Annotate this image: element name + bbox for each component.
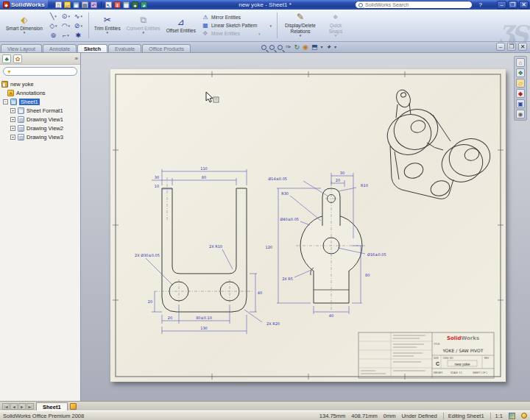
tip-of-day-icon[interactable]	[521, 413, 527, 419]
front-view-dimension-text[interactable]: 110 80 30 10 2X R10 2X Ø30±0.05 20 20 80…	[135, 166, 280, 330]
file-explorer-icon[interactable]: ▱	[516, 79, 525, 88]
last-sheet-button[interactable]: ▶|	[26, 403, 34, 410]
graphics-area[interactable]: 110 80 30 10 2X R10 2X Ø30±0.05 20 20 80…	[81, 53, 530, 401]
appearance-icon[interactable]: ●	[132, 1, 138, 8]
dwg-no-value[interactable]: new yoke	[454, 362, 470, 366]
convert-entities-button[interactable]: ⧉ Convert Entities ▾	[124, 10, 163, 41]
front-view[interactable]: 110 80 30 10 2X R10 2X Ø30±0.05 20 20 80…	[135, 166, 280, 334]
tab-evaluate[interactable]: Evaluate	[108, 44, 141, 52]
add-sheet-icon[interactable]	[70, 403, 77, 410]
restore-button[interactable]: ❐	[508, 1, 517, 9]
svg-text:40: 40	[258, 291, 262, 295]
linear-sketch-pattern-button[interactable]: ▦ Linear Sketch Pattern ▾	[202, 22, 272, 29]
new-document-icon[interactable]: ▯	[55, 1, 62, 8]
collapse-icon[interactable]: −	[3, 99, 8, 104]
filter-input[interactable]	[14, 69, 74, 74]
display-delete-relations-button[interactable]: ✎ Display/Delete Relations ▾	[280, 10, 321, 41]
quick-snaps-button[interactable]: ⌖ Quick Snaps ▾	[321, 10, 350, 41]
palette-icon[interactable]: ◆	[516, 89, 525, 98]
sheet-format-icon: ▦	[18, 107, 24, 114]
print-icon[interactable]: ▤	[82, 1, 88, 8]
tree-item-sheet-format1[interactable]: + ▦ Sheet Format1	[1, 106, 80, 115]
shaded-view-icon[interactable]: ◉	[303, 43, 308, 51]
chevron-down-icon[interactable]: ▾	[334, 43, 336, 51]
arc-tool-icon[interactable]: ◠▾	[60, 21, 72, 30]
property-manager-tab-icon[interactable]: ✿	[13, 54, 22, 63]
ellipse-tool-icon[interactable]: ⊘▾	[72, 21, 85, 30]
next-sheet-button[interactable]: ▶	[18, 403, 26, 410]
rebuild-icon[interactable]: ‖	[114, 1, 121, 8]
display-delete-relations-label: Display/Delete Relations	[283, 23, 318, 34]
svg-text:80: 80	[202, 175, 206, 179]
panel-expand-icon[interactable]: »	[75, 55, 78, 62]
tree-item-root[interactable]: ◧ new yoke	[1, 79, 80, 88]
fillet-tool-icon[interactable]: ⌐▾	[60, 30, 72, 40]
tab-sketch[interactable]: Sketch	[77, 44, 107, 52]
expand-icon[interactable]: +	[10, 135, 15, 140]
expand-icon[interactable]: +	[10, 126, 15, 131]
custom-properties-icon[interactable]: ◉	[516, 110, 525, 118]
mirror-entities-button[interactable]: ⚠ Mirror Entities	[202, 14, 272, 21]
close-button[interactable]: ✕	[519, 1, 529, 9]
tab-office-products[interactable]: Office Products	[142, 44, 191, 52]
save-icon[interactable]: ▣	[73, 1, 80, 8]
tree-item-sheet1[interactable]: − ▤ Sheet1	[1, 97, 80, 106]
zoom-in-out-icon[interactable]	[278, 45, 283, 50]
zoom-area-icon[interactable]	[269, 45, 275, 50]
isometric-view[interactable]	[382, 88, 495, 199]
chevron-down-icon[interactable]: ▾	[320, 43, 322, 51]
circle-tool-icon[interactable]: ⊙▾	[60, 11, 72, 21]
expand-icon[interactable]: +	[10, 108, 15, 113]
move-entities-button[interactable]: ✥ Move Entities ▾	[202, 30, 272, 38]
smart-dimension-button[interactable]: ⬖ Smart Dimension ▾	[3, 10, 46, 41]
tree-item-annotations[interactable]: A Annotations	[1, 88, 80, 97]
search-box[interactable]	[355, 1, 473, 9]
tree-item-drawing-view2[interactable]: + ◫ Drawing View2	[1, 124, 80, 132]
open-icon[interactable]: ▱	[64, 1, 71, 8]
solidworks-resources-icon[interactable]: ⌂	[516, 58, 525, 67]
app-logo[interactable]: ◆ SolidWorks	[0, 0, 48, 10]
tree-item-drawing-view3[interactable]: + ◫ Drawing View3	[1, 132, 80, 141]
undo-icon[interactable]: ↶	[91, 1, 97, 8]
tab-annotate[interactable]: Annotate	[43, 44, 77, 52]
3d-content-icon[interactable]: ◕	[141, 1, 147, 8]
point-tool-icon[interactable]: ⊚	[47, 30, 60, 40]
display-style-icon[interactable]: ✦	[325, 43, 331, 51]
line-tool-icon[interactable]: ╲▾	[47, 11, 60, 21]
tree-filter[interactable]: ▼	[3, 67, 77, 76]
sheet-icon: ▤	[10, 99, 17, 105]
options-icon[interactable]: ▦	[123, 1, 130, 8]
prev-sheet-button[interactable]: ◀	[10, 403, 18, 410]
drawing-sheet[interactable]: 110 80 30 10 2X R10 2X Ø30±0.05 20 20 80…	[110, 69, 506, 382]
first-sheet-button[interactable]: |◀	[2, 403, 10, 410]
doc-minimize-button[interactable]: –	[496, 43, 505, 51]
view-orientation-icon[interactable]: ⬒	[311, 43, 318, 51]
doc-close-button[interactable]: ✕	[518, 43, 527, 51]
minimize-button[interactable]: –	[497, 1, 506, 9]
weight-label: WEIGHT:	[434, 371, 443, 374]
help-button[interactable]: ?	[479, 1, 482, 8]
trim-entities-button[interactable]: ✂ Trim Entities ▾	[91, 10, 124, 41]
offset-entities-button[interactable]: ⊿ Offset Entities	[163, 10, 199, 41]
select-icon[interactable]: ↖	[105, 1, 112, 8]
pan-icon[interactable]: ✑	[286, 43, 292, 51]
expand-icon[interactable]: +	[10, 117, 15, 122]
doc-restore-button[interactable]: ❐	[507, 43, 516, 51]
rectangle-tool-icon[interactable]: ◇▾	[47, 21, 60, 30]
tree-item-drawing-view1[interactable]: + ◫ Drawing View1	[1, 115, 80, 124]
tab-view-layout[interactable]: View Layout	[1, 44, 42, 52]
sheet1-tab[interactable]: Sheet1	[36, 402, 68, 410]
design-library-icon[interactable]: ❖	[516, 68, 525, 77]
appearances-icon[interactable]: ▣	[516, 99, 525, 108]
side-view[interactable]: 30 20 R10 Ø14±0.05 R30 Ø40±0.05 2X R5 Ø1…	[265, 171, 386, 318]
feature-tree-tab-icon[interactable]: ♣	[2, 54, 11, 63]
search-input[interactable]	[365, 2, 469, 7]
text-tool-icon[interactable]: ✱	[72, 30, 85, 40]
toolbar-separator	[277, 13, 278, 38]
task-pane: ⌂ ❖ ▱ ◆ ▣ ◉	[514, 56, 527, 121]
quick-tips-icon[interactable]	[509, 413, 515, 419]
spline-tool-icon[interactable]: ∿▾	[72, 11, 85, 21]
front-view-dimensions[interactable]	[146, 169, 262, 334]
zoom-fit-icon[interactable]	[261, 45, 266, 50]
rotate-view-icon[interactable]: ↻	[294, 43, 300, 51]
